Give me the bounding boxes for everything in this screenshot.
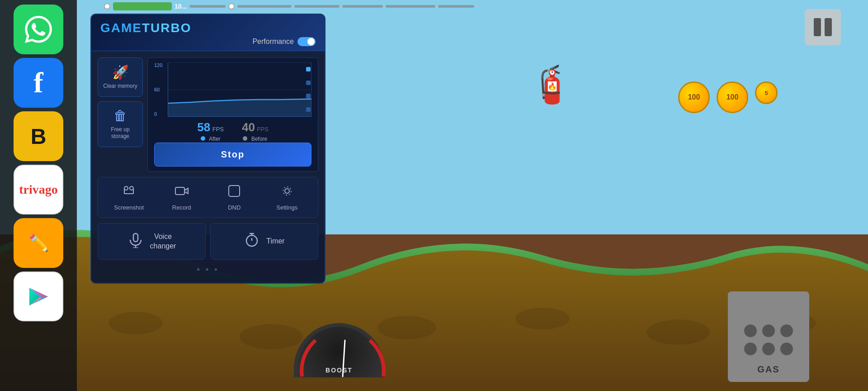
coin-1: 100	[678, 81, 710, 113]
svg-marker-7	[168, 99, 311, 116]
title-game: GAME	[100, 21, 142, 35]
score-dot	[104, 3, 110, 10]
gameturbo-panel: GAMETURBO Performance 🚀 Clear memory 🗑 F…	[90, 14, 326, 284]
bottom-row: Voicechanger Timer	[98, 223, 318, 260]
timer-button[interactable]: Timer	[210, 223, 318, 260]
fps-before-value: 40	[242, 120, 255, 134]
gas-hole-3	[780, 324, 793, 337]
settings-icon	[280, 184, 294, 201]
svg-rect-16	[229, 186, 240, 196]
chart-draw-area	[168, 62, 311, 117]
gas-hole-2	[762, 324, 775, 337]
speedo-circle: BOOST	[294, 323, 384, 377]
timer-icon	[244, 232, 260, 251]
fps-after-label: After	[209, 136, 220, 142]
speedo-zones-svg	[297, 327, 388, 381]
coins-area: 100 100 5	[678, 81, 778, 113]
panel-title: GAMETURBO	[100, 21, 316, 35]
y-label-60: 60	[154, 87, 164, 92]
gas-hole-6	[780, 343, 793, 355]
speedometer: BOOST	[294, 323, 384, 377]
indicator-2	[306, 81, 311, 85]
dnd-icon	[227, 184, 241, 201]
record-icon	[175, 184, 189, 201]
y-label-120: 120	[154, 62, 164, 68]
gas-hole-4	[744, 343, 757, 355]
top-section: 🚀 Clear memory 🗑 Free up storage 120 60 …	[98, 57, 318, 172]
score-seg2	[237, 5, 292, 8]
free-storage-label: Free up storage	[103, 126, 138, 140]
pause-bar-left	[814, 18, 821, 36]
dnd-label: DND	[228, 204, 241, 211]
gas-holes	[739, 319, 798, 361]
fps-before-value-row: 40 FPS	[242, 120, 269, 134]
chart-container: 120 60 0	[154, 62, 311, 117]
indicator-3	[306, 94, 311, 98]
score-seg1	[189, 5, 226, 8]
fps-before-item: 40 FPS Before	[242, 120, 269, 143]
action-tiles: 🚀 Clear memory 🗑 Free up storage	[98, 57, 143, 172]
score-seg4	[342, 5, 383, 8]
dnd-tool[interactable]: DND	[214, 184, 255, 211]
score-green-bar	[113, 2, 172, 10]
toolbar: Screenshot Record DND	[98, 177, 318, 218]
score-seg5	[386, 5, 435, 8]
svg-marker-15	[184, 188, 188, 194]
screenshot-icon	[122, 184, 136, 201]
title-turbo: TURBO	[142, 21, 192, 35]
gas-hole-5	[762, 343, 775, 355]
gas-pedal[interactable]: GAS	[728, 291, 809, 382]
svg-point-9	[124, 186, 128, 190]
svg-point-10	[130, 186, 133, 190]
fps-after-dot	[201, 136, 205, 141]
coin-2: 100	[717, 81, 748, 113]
performance-label: Performance	[252, 38, 294, 46]
svg-point-17	[285, 189, 289, 193]
fps-before-dot	[243, 136, 247, 141]
fps-after-value-row: 58 FPS	[197, 120, 224, 134]
fuel-can: 🧯	[529, 63, 574, 106]
voice-changer-button[interactable]: Voicechanger	[98, 223, 206, 260]
record-label: Record	[172, 204, 191, 211]
svg-point-4	[646, 319, 710, 345]
fps-before-label-row: Before	[242, 134, 269, 143]
app-binance[interactable]: B	[14, 111, 63, 161]
svg-rect-14	[175, 187, 184, 195]
svg-rect-19	[133, 234, 138, 242]
score-bar: 10...	[104, 2, 474, 10]
trash-icon: 🗑	[113, 108, 127, 124]
app-playstore[interactable]	[14, 272, 63, 321]
app-facebook[interactable]: f	[14, 58, 63, 108]
fps-info: 58 FPS After 40 FPS	[154, 120, 311, 143]
score-seg3	[294, 5, 340, 8]
performance-row: Performance	[100, 37, 316, 46]
fps-before-unit: FPS	[257, 126, 268, 133]
screenshot-tool[interactable]: Screenshot	[108, 184, 149, 211]
clear-memory-tile[interactable]: 🚀 Clear memory	[98, 57, 143, 97]
pause-icon	[814, 18, 832, 36]
pause-bar-right	[825, 18, 832, 36]
app-whatsapp[interactable]	[14, 5, 63, 54]
performance-chart: 120 60 0	[147, 57, 318, 172]
y-label-0: 0	[154, 111, 164, 117]
performance-toggle[interactable]	[297, 37, 316, 46]
indicator-1	[306, 67, 311, 72]
fps-after-value: 58	[197, 120, 210, 134]
score-seg6	[438, 5, 474, 8]
app-notes[interactable]: ✏️	[14, 218, 63, 268]
free-storage-tile[interactable]: 🗑 Free up storage	[98, 101, 143, 147]
fps-after-unit: FPS	[212, 126, 224, 133]
right-indicators	[305, 62, 311, 116]
settings-label: Settings	[276, 204, 297, 211]
y-axis: 120 60 0	[154, 62, 168, 117]
record-tool[interactable]: Record	[161, 184, 202, 211]
svg-point-1	[240, 324, 303, 349]
svg-point-0	[108, 312, 163, 334]
pause-button[interactable]	[805, 9, 841, 45]
fps-after-item: 58 FPS After	[197, 120, 224, 143]
app-trivago[interactable]: trivago	[14, 165, 63, 215]
settings-tool[interactable]: Settings	[267, 184, 307, 211]
stop-button[interactable]: Stop	[154, 143, 311, 167]
voice-changer-label: Voicechanger	[150, 232, 176, 251]
fps-after-label-row: After	[197, 134, 224, 143]
